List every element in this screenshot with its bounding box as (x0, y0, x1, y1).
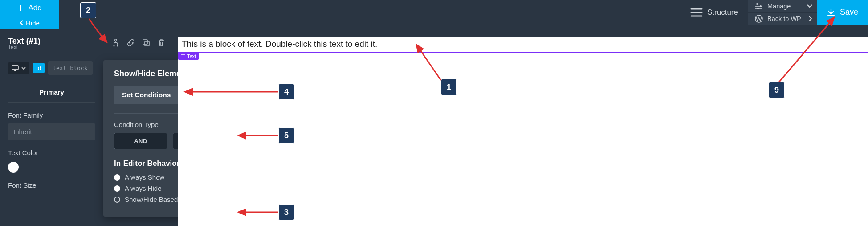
hide-button[interactable]: Hide (0, 16, 59, 29)
annotation-marker-3: 3 (278, 204, 294, 220)
annotation-marker-1: 1 (441, 79, 457, 95)
annotation-arrow-5 (236, 132, 281, 141)
tab-primary[interactable]: Primary (8, 83, 95, 102)
svg-point-3 (755, 15, 762, 22)
radio-label: Always Show (125, 173, 164, 181)
desktop-icon (12, 65, 19, 71)
annotation-arrow-2 (88, 18, 110, 45)
save-label: Save (840, 8, 858, 17)
duplicate-icon[interactable] (142, 38, 151, 47)
conditions-icon[interactable] (111, 38, 120, 47)
svg-point-6 (117, 45, 118, 46)
font-family-input[interactable] (8, 123, 95, 140)
chevron-left-icon (20, 20, 24, 25)
header-left: Add Hide (0, 0, 59, 25)
annotation-arrow-9 (776, 15, 839, 86)
radio-icon (114, 174, 120, 181)
structure-button[interactable]: Structure (681, 0, 748, 25)
radio-label: Always Hide (125, 185, 162, 192)
text-color-swatch[interactable] (8, 162, 19, 173)
font-family-label: Font Family (8, 111, 95, 119)
annotation-marker-5: 5 (278, 127, 294, 144)
annotation-arrow-4 (183, 88, 281, 97)
annotation-marker-2: 2 (80, 2, 96, 18)
hide-label: Hide (26, 19, 40, 27)
element-header: Text (#1) Text (8, 29, 95, 55)
set-conditions-button[interactable]: Set Conditions (114, 86, 179, 104)
element-sidebar: Text (#1) Text id Primary Font Family Te… (0, 29, 103, 189)
link-icon[interactable] (126, 38, 135, 47)
svg-point-4 (115, 39, 117, 41)
add-button[interactable]: Add (0, 0, 59, 16)
top-header: Add Hide Structure Manage Back to WP (0, 0, 868, 25)
radio-icon-selected (114, 197, 120, 203)
svg-rect-8 (145, 41, 149, 46)
add-label: Add (28, 4, 41, 12)
annotation-marker-4: 4 (278, 84, 294, 100)
id-badge[interactable]: id (33, 63, 45, 73)
structure-icon (690, 7, 703, 18)
sliders-icon (755, 3, 763, 10)
annotation-arrow-1 (414, 42, 445, 82)
element-action-icons (103, 38, 166, 47)
chevron-down-icon (807, 4, 812, 8)
block-tag-label: Text (187, 53, 196, 59)
header-right: Structure Manage Back to WP Save (681, 0, 868, 25)
delete-icon[interactable] (157, 38, 166, 47)
svg-rect-9 (12, 66, 18, 70)
structure-label: Structure (707, 8, 738, 17)
chevron-down-icon (21, 67, 26, 70)
manage-label: Manage (767, 3, 791, 10)
text-block[interactable]: This is a block of text. Double-click th… (178, 37, 868, 53)
device-selector[interactable] (8, 62, 29, 74)
id-input[interactable] (48, 61, 93, 75)
svg-point-5 (113, 45, 114, 46)
text-color-label: Text Color (8, 149, 95, 156)
and-button[interactable]: AND (114, 133, 167, 149)
wordpress-icon (755, 15, 763, 23)
plus-icon (17, 4, 24, 12)
manage-button[interactable]: Manage (748, 0, 817, 12)
radio-icon (114, 185, 120, 192)
svg-rect-7 (143, 40, 147, 44)
sidebar-tabs: Primary (8, 83, 95, 103)
svg-point-2 (757, 8, 759, 9)
id-row: id (8, 61, 95, 75)
annotation-marker-9: 9 (769, 82, 785, 98)
svg-point-0 (756, 3, 758, 5)
block-tag[interactable]: Text (178, 53, 199, 60)
text-icon (181, 54, 185, 58)
svg-point-1 (760, 5, 762, 7)
annotation-arrow-3 (236, 209, 281, 218)
font-size-label: Font Size (8, 181, 95, 189)
